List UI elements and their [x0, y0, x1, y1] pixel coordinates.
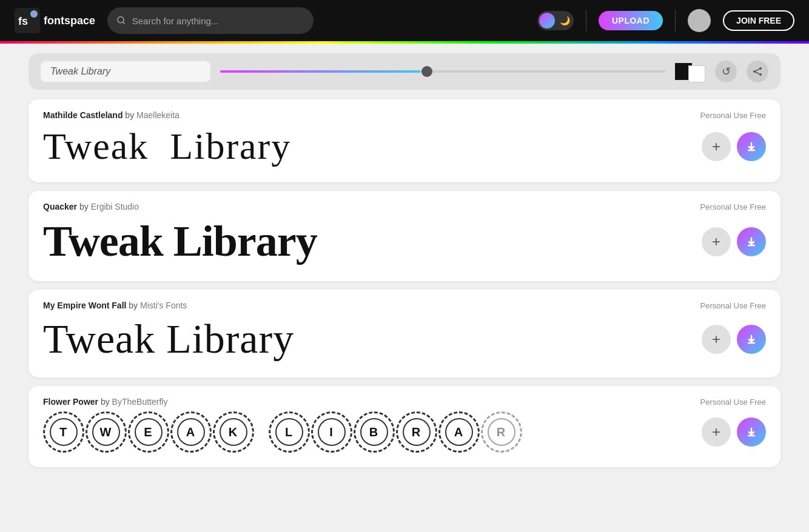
- font-author-2: Misti's Fonts: [140, 301, 187, 310]
- download-icon-0: [745, 140, 758, 153]
- toolbar: ↺: [29, 53, 780, 90]
- moon-icon: 🌙: [560, 16, 570, 25]
- svg-line-8: [756, 69, 759, 71]
- font-license-2: Personal Use Free: [700, 301, 766, 310]
- font-license-1: Personal Use Free: [700, 202, 766, 211]
- flower-L: L: [269, 411, 310, 453]
- flower-T: T: [43, 411, 84, 453]
- font-preview-area-2: Tweak Library +: [43, 315, 766, 363]
- font-name-0: Mathilde Castleland: [43, 110, 123, 120]
- font-actions-2: +: [702, 325, 766, 354]
- flower-B: B: [354, 411, 395, 453]
- add-button-2[interactable]: +: [702, 325, 731, 354]
- logo-icon: fs: [15, 8, 40, 33]
- font-by-3: by: [101, 397, 110, 407]
- font-name-2: My Empire Wont Fall: [43, 301, 126, 310]
- preview-text-input[interactable]: [41, 61, 210, 82]
- font-card-1: Quacker by Ergibi Studio Personal Use Fr…: [29, 191, 780, 281]
- flower-I: I: [311, 411, 352, 453]
- download-icon-1: [745, 235, 758, 248]
- svg-text:fs: fs: [18, 15, 28, 27]
- refresh-button[interactable]: ↺: [715, 61, 737, 82]
- font-actions-1: +: [702, 227, 766, 256]
- add-button-3[interactable]: +: [702, 417, 731, 447]
- main-content: ↺ Mathilde Castleland by Maellekeita Per…: [16, 44, 793, 485]
- font-card-header-1: Quacker by Ergibi Studio Personal Use Fr…: [43, 202, 766, 211]
- upload-button[interactable]: UPLOAD: [599, 11, 663, 30]
- font-card-header-0: Mathilde Castleland by Maellekeita Perso…: [43, 110, 766, 120]
- svg-line-9: [756, 72, 759, 74]
- color-swatch-white[interactable]: [688, 65, 705, 82]
- font-preview-1: Tweak Library: [43, 216, 317, 267]
- download-button-1[interactable]: [737, 227, 766, 256]
- font-preview-area-1: Tweak Library +: [43, 216, 766, 267]
- font-meta-2: My Empire Wont Fall by Misti's Fonts: [43, 301, 187, 310]
- svg-line-4: [123, 22, 125, 24]
- font-author-1: Ergibi Studio: [91, 202, 139, 211]
- font-name-3: Flower Power: [43, 397, 98, 407]
- logo[interactable]: fs fontspace: [15, 8, 95, 33]
- font-by-1: by: [79, 202, 89, 211]
- font-by-0: by: [125, 110, 134, 120]
- download-icon-2: [745, 333, 758, 346]
- download-button-2[interactable]: [737, 325, 766, 354]
- search-input[interactable]: [132, 16, 304, 26]
- font-card-header-3: Flower Power by ByTheButterfly Personal …: [43, 397, 766, 407]
- font-card-header-2: My Empire Wont Fall by Misti's Fonts Per…: [43, 301, 766, 310]
- font-preview-2: Tweak Library: [43, 315, 294, 363]
- font-size-slider[interactable]: [220, 70, 665, 73]
- header: fs fontspace 🌙 UPLOAD JOIN FREE: [0, 0, 809, 41]
- svg-point-2: [30, 10, 38, 18]
- join-button[interactable]: JOIN FREE: [723, 10, 794, 31]
- font-author-3: ByTheButterfly: [112, 397, 168, 407]
- font-by-2: by: [129, 301, 138, 310]
- download-icon-3: [745, 425, 758, 439]
- theme-toggle[interactable]: 🌙: [537, 11, 574, 30]
- size-slider-container: [220, 70, 665, 73]
- flower-W: W: [86, 411, 127, 453]
- share-button[interactable]: [747, 61, 768, 82]
- svg-point-5: [759, 67, 762, 70]
- font-actions-0: +: [702, 132, 766, 161]
- logo-text: fontspace: [44, 15, 95, 27]
- svg-point-3: [118, 17, 124, 23]
- font-name-1: Quacker: [43, 202, 77, 211]
- font-card-2: My Empire Wont Fall by Misti's Fonts Per…: [29, 290, 780, 377]
- flower-A2: A: [438, 411, 480, 453]
- font-card-0: Mathilde Castleland by Maellekeita Perso…: [29, 99, 780, 182]
- add-button-1[interactable]: +: [702, 227, 731, 256]
- flower-R: R: [396, 411, 437, 453]
- divider: [586, 10, 586, 32]
- flower-E: E: [128, 411, 169, 453]
- download-button-3[interactable]: [737, 417, 766, 447]
- font-meta-0: Mathilde Castleland by Maellekeita: [43, 110, 180, 120]
- search-icon: [117, 16, 126, 25]
- font-meta-1: Quacker by Ergibi Studio: [43, 202, 139, 211]
- font-preview-area-3: T W E A K L I B R A R +: [43, 411, 766, 453]
- font-author-0: Maellekeita: [136, 110, 180, 120]
- divider2: [675, 10, 676, 32]
- flower-A: A: [170, 411, 212, 453]
- avatar[interactable]: [688, 9, 711, 32]
- font-card-3: Flower Power by ByTheButterfly Personal …: [29, 386, 780, 467]
- font-actions-3: +: [702, 417, 766, 447]
- search-bar[interactable]: [107, 7, 314, 34]
- svg-point-7: [759, 73, 762, 76]
- font-preview-3: T W E A K L I B R A R: [43, 411, 522, 453]
- font-preview-0: Tweak Library: [43, 125, 291, 168]
- svg-point-6: [753, 70, 756, 73]
- font-preview-area-0: Tweak Library +: [43, 125, 766, 168]
- font-meta-3: Flower Power by ByTheButterfly: [43, 397, 167, 407]
- share-icon: [753, 67, 762, 76]
- color-picker[interactable]: [675, 61, 705, 82]
- flower-K: K: [213, 411, 254, 453]
- add-button-0[interactable]: +: [702, 132, 731, 161]
- flower-R2: R: [481, 411, 522, 453]
- font-license-0: Personal Use Free: [700, 111, 766, 120]
- download-button-0[interactable]: [737, 132, 766, 161]
- toggle-knob: [539, 13, 555, 28]
- font-license-3: Personal Use Free: [700, 397, 766, 407]
